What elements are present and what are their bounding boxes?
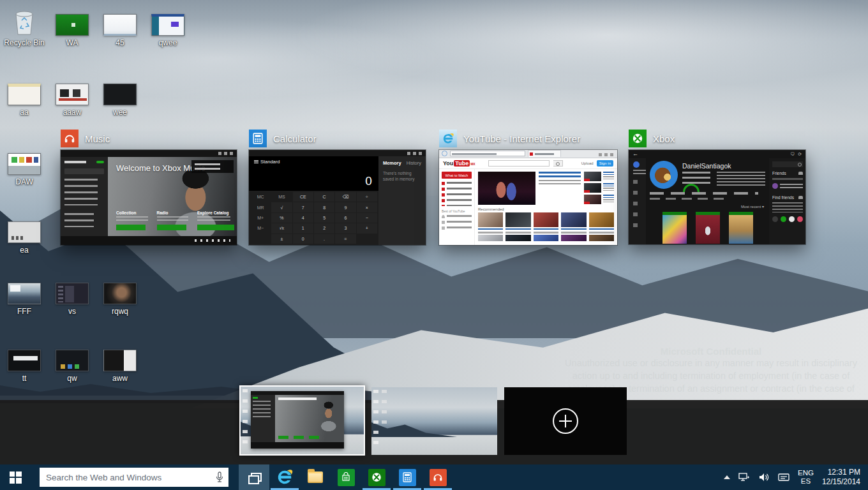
calc-key-MC[interactable]: MC	[250, 192, 271, 202]
taskbar-music[interactable]	[423, 464, 453, 490]
desktop-icon-ea[interactable]: ea	[4, 221, 45, 255]
calc-key-+[interactable]: +	[357, 223, 377, 233]
calc-key-¹⁄x[interactable]: ¹⁄x	[271, 223, 292, 233]
xbox-window-thumbnail[interactable]: ← 🗨⟳ DanielSantiagok	[629, 150, 805, 244]
action-center-icon[interactable]	[778, 473, 789, 482]
calc-key-CE[interactable]: CE	[293, 192, 313, 202]
calc-key-MR[interactable]: MR	[250, 202, 271, 212]
game-cover[interactable]	[729, 212, 753, 244]
language-indicator[interactable]: ENG ES	[798, 469, 814, 486]
clock[interactable]: 12:31 PM 12/15/2014	[822, 468, 860, 487]
featured-title-lines[interactable]	[539, 172, 581, 178]
youtube-channels-menu[interactable]	[442, 215, 472, 232]
calc-key-M+[interactable]: M+	[250, 213, 271, 223]
sign-in-button[interactable]: Sign in	[597, 160, 613, 167]
desktop-icon-aww[interactable]: aww	[100, 350, 140, 383]
taskview-window-calculator[interactable]: Calculator Standard 0 MCMSCEC⌫÷MR√789×M+…	[249, 129, 426, 245]
social-button[interactable]	[797, 216, 803, 222]
calc-key-0[interactable]: 0	[293, 234, 313, 244]
network-icon[interactable]	[738, 472, 750, 482]
collection-button[interactable]	[116, 225, 146, 230]
social-button[interactable]	[789, 216, 795, 222]
music-menu-items[interactable]	[64, 179, 98, 205]
refresh-icon[interactable]: ⟳	[798, 152, 802, 157]
taskbar-xbox[interactable]	[361, 464, 392, 490]
ie-address-bar[interactable]	[450, 151, 525, 156]
video-list-item[interactable]	[584, 172, 614, 181]
video-list-item[interactable]	[584, 183, 614, 193]
calc-key-C[interactable]: C	[314, 192, 334, 202]
calculator-mode[interactable]: Standard	[254, 159, 280, 165]
tab-history[interactable]: History	[407, 160, 421, 166]
volume-icon[interactable]	[758, 472, 770, 482]
virtual-desktop-1[interactable]	[239, 385, 365, 456]
music-playbar[interactable]	[61, 236, 237, 245]
calc-key-=[interactable]: =	[335, 234, 355, 244]
desktop-icon-daw[interactable]: DAW	[4, 153, 45, 186]
what-to-watch-button[interactable]: What to Watch	[442, 172, 472, 179]
calc-key-√[interactable]: √	[271, 202, 292, 212]
calc-key-7[interactable]: 7	[293, 202, 313, 212]
desktop-icon-qw[interactable]: qw	[52, 350, 93, 383]
profile-subtabs[interactable]	[650, 198, 726, 200]
desktop-icon-tt[interactable]: tt	[4, 350, 45, 383]
task-view-button[interactable]	[239, 464, 269, 490]
calc-key-1[interactable]: 1	[293, 223, 313, 233]
hamburger-icon[interactable]	[254, 160, 258, 163]
video-thumbnail-partial[interactable]	[534, 235, 558, 241]
calc-key-8[interactable]: 8	[314, 202, 334, 212]
calculator-window-thumbnail[interactable]: Standard 0 MCMSCEC⌫÷MR√789×M+%456−M−¹⁄x1…	[249, 150, 426, 245]
video-thumbnail[interactable]	[584, 183, 601, 193]
desktop-icon-aaaw[interactable]: aaaw	[52, 84, 93, 117]
taskview-window-xbox[interactable]: Xbox ← 🗨⟳ DanielSantiagok	[629, 129, 805, 244]
friends-search-box[interactable]	[772, 161, 803, 167]
music-secondary-menu[interactable]	[64, 213, 94, 227]
featured-video-thumbnail[interactable]	[478, 172, 535, 205]
calc-key-÷[interactable]: ÷	[357, 192, 377, 202]
youtube-search-button[interactable]	[553, 160, 563, 167]
desktop-icon-qwee[interactable]: qwee	[147, 14, 188, 47]
youtube-window-thumbnail[interactable]: YouTube MX Upload Sign in What to Watch …	[439, 150, 617, 245]
calc-key-%[interactable]: %	[271, 213, 292, 223]
game-cover[interactable]	[696, 212, 720, 244]
calc-key-2[interactable]: 2	[314, 223, 334, 233]
radio-button[interactable]	[157, 225, 186, 230]
calc-key-6[interactable]: 6	[335, 213, 355, 223]
explore-button[interactable]	[197, 225, 234, 230]
calc-key-3[interactable]: 3	[335, 223, 355, 233]
game-cover[interactable]	[662, 212, 687, 244]
calc-key-−[interactable]: −	[357, 213, 377, 223]
music-window-thumbnail[interactable]: Welcome to Xbox Music Collection Radio	[61, 150, 237, 245]
taskbar-search-box[interactable]	[40, 468, 228, 487]
recommended-video-thumbnail[interactable]	[478, 212, 503, 227]
calc-key-M−[interactable]: M−	[250, 223, 271, 233]
desktop-icon-recycle-bin[interactable]: Recycle Bin	[4, 8, 45, 47]
ie-back-button[interactable]	[442, 151, 447, 156]
search-input[interactable]	[40, 468, 228, 487]
video-thumbnail[interactable]	[584, 172, 601, 181]
profile-tabs[interactable]	[650, 192, 758, 195]
add-person-icon[interactable]	[798, 196, 803, 199]
virtual-desktop-2[interactable]	[371, 387, 497, 455]
recommended-video-thumbnail[interactable]	[534, 212, 558, 227]
game-card[interactable]: FIFA 15	[696, 212, 720, 244]
recommended-video-thumbnail[interactable]	[561, 212, 586, 227]
taskbar-file-explorer[interactable]	[300, 464, 331, 490]
desktop-icon-45[interactable]: 45	[100, 14, 140, 47]
calc-key-±[interactable]: ±	[271, 234, 292, 244]
desktop-icon-rqwq[interactable]: rqwq	[100, 283, 140, 316]
message-icon[interactable]: 🗨	[790, 152, 795, 157]
ie-tab-youtube[interactable]	[528, 150, 561, 157]
taskbar-calculator[interactable]	[392, 464, 423, 490]
xbox-topbar-icons[interactable]: 🗨⟳	[790, 152, 802, 157]
recommended-video-thumbnail[interactable]	[505, 212, 530, 227]
add-desktop-button[interactable]	[504, 387, 627, 455]
calc-key-4[interactable]: 4	[293, 213, 313, 223]
add-friend-icon[interactable]	[798, 172, 803, 175]
show-hidden-icons-button[interactable]	[724, 475, 730, 479]
calc-key-.[interactable]: .	[314, 234, 334, 244]
taskview-window-youtube[interactable]: YouTube - Internet Explorer YouTube MX U…	[439, 129, 617, 245]
video-thumbnail[interactable]	[584, 195, 601, 204]
music-search-box[interactable]	[64, 168, 104, 174]
window-controls[interactable]	[599, 153, 615, 156]
